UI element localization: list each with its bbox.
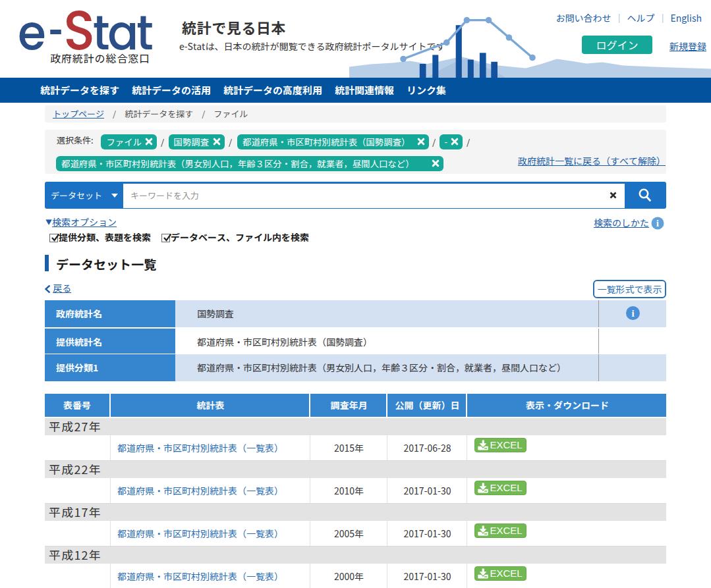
svg-text:i: i (656, 219, 659, 228)
svg-text:i: i (631, 308, 634, 319)
